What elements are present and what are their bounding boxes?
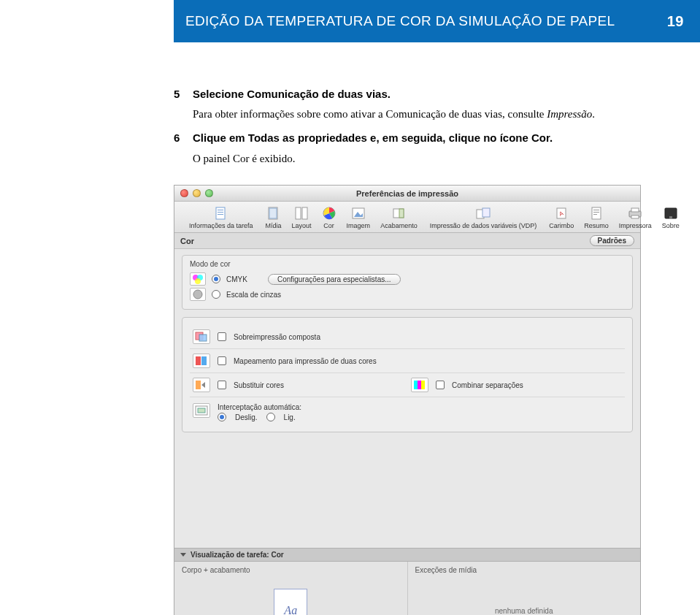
printer-icon xyxy=(628,206,642,221)
two-color-label: Mapeamento para impressão de duas cores xyxy=(234,357,377,365)
tab-label: Informações da tarefa xyxy=(189,222,253,229)
tab-job-info[interactable]: Informações da tarefa xyxy=(182,206,261,229)
checkbox-overprint[interactable] xyxy=(218,332,226,341)
tab-label: Cor xyxy=(323,222,334,229)
print-prefs-dialog: Preferências de impressão Informações da… xyxy=(174,185,641,615)
overprint-icon xyxy=(193,329,210,344)
svg-rect-20 xyxy=(593,214,597,215)
no-media-label: nenhuma definida xyxy=(495,607,553,615)
svg-rect-31 xyxy=(199,335,207,341)
tab-label: Acabamento xyxy=(380,222,418,229)
window-title: Preferências de impressão xyxy=(174,189,640,198)
tab-label: Resumo xyxy=(584,222,609,229)
vdp-icon xyxy=(476,206,491,221)
checkbox-combine[interactable] xyxy=(436,381,445,389)
cmyk-swatch-icon xyxy=(190,272,206,286)
svg-rect-6 xyxy=(296,207,301,219)
svg-rect-2 xyxy=(218,212,223,213)
step-5: 5 Selecione Comunicação de duas vias. Pa… xyxy=(174,86,656,123)
panel-body: Modo de cor CMYK Configurações para espe… xyxy=(174,249,640,548)
page-header: EDIÇÃO DA TEMPERATURA DE COR DA SIMULAÇÃ… xyxy=(0,0,700,42)
combine-separations-icon xyxy=(411,378,428,392)
svg-rect-1 xyxy=(218,210,223,210)
tab-printer[interactable]: Impressora xyxy=(614,206,657,229)
svg-point-29 xyxy=(193,290,202,299)
content-area: 5 Selecione Comunicação de duas vias. Pa… xyxy=(0,42,700,615)
preview-col-body-title: Corpo + acabamento xyxy=(182,566,400,574)
svg-rect-14 xyxy=(482,208,490,217)
option-subst-combine: Substituir cores Combinar separações xyxy=(190,373,625,397)
expert-settings-button[interactable]: Configurações para especialistas... xyxy=(268,274,401,285)
tab-label: Mídia xyxy=(266,222,282,229)
preview-col-body: Corpo + acabamento Aa xyxy=(174,562,408,615)
document-icon xyxy=(214,206,228,221)
stamp-icon: A xyxy=(554,206,569,221)
defaults-button[interactable]: Padrões xyxy=(590,235,634,246)
preview-bar[interactable]: Visualização de tarefa: Cor xyxy=(174,548,640,562)
tab-label: Carimbo xyxy=(549,222,574,229)
tab-finishing[interactable]: Acabamento xyxy=(375,206,423,229)
tab-media[interactable]: Mídia xyxy=(261,206,287,229)
step-number: 5 xyxy=(174,86,193,123)
header-left-margin xyxy=(0,0,174,42)
svg-rect-32 xyxy=(196,356,201,365)
substitute-colors-icon xyxy=(193,378,210,392)
section-title: Cor xyxy=(180,237,194,245)
tab-image[interactable]: Imagem xyxy=(342,206,376,229)
tab-stamp[interactable]: A Carimbo xyxy=(544,206,579,229)
step-6-desc: O painel Cor é exibido. xyxy=(193,151,656,167)
step-number: 6 xyxy=(174,130,193,168)
grayscale-swatch-icon xyxy=(190,288,206,301)
tab-layout[interactable]: Layout xyxy=(287,206,317,229)
tab-label: Impressora xyxy=(619,222,652,229)
step-6: 6 Clique em Todas as propriedades e, em … xyxy=(174,130,656,168)
header-title: EDIÇÃO DA TEMPERATURA DE COR DA SIMULAÇÃ… xyxy=(185,13,615,29)
image-icon xyxy=(351,206,366,221)
tab-label: Impressão de dados variáveis (VDP) xyxy=(430,222,537,229)
step-5-desc-em: Impressão xyxy=(547,108,592,120)
svg-rect-12 xyxy=(399,209,404,218)
color-mode-group: Modo de cor CMYK Configurações para espe… xyxy=(182,255,633,310)
svg-rect-5 xyxy=(269,208,277,218)
tab-label: Layout xyxy=(292,222,312,229)
radio-trapping-off[interactable] xyxy=(218,413,226,421)
svg-rect-38 xyxy=(421,381,425,389)
media-icon xyxy=(266,206,281,221)
substitute-label: Substituir cores xyxy=(234,381,284,389)
svg-point-28 xyxy=(195,278,201,284)
panel-spacer xyxy=(182,440,633,542)
two-color-icon xyxy=(193,354,210,368)
radio-grayscale[interactable] xyxy=(212,290,220,299)
checkbox-two-color[interactable] xyxy=(218,356,226,365)
checkbox-substitute[interactable] xyxy=(218,381,226,389)
svg-rect-22 xyxy=(631,208,639,212)
svg-rect-19 xyxy=(593,212,599,213)
tab-about[interactable]: Sobre xyxy=(657,206,685,229)
tab-vdp[interactable]: Impressão de dados variáveis (VDP) xyxy=(423,206,545,229)
svg-rect-34 xyxy=(196,381,201,389)
combine-label: Combinar separações xyxy=(452,381,523,389)
step-6-title: Clique em Todas as propriedades e, em se… xyxy=(193,130,656,146)
svg-rect-36 xyxy=(414,381,418,389)
toolbar-tabs: Informações da tarefa Mídia Layout Cor I… xyxy=(174,202,640,233)
svg-rect-7 xyxy=(302,207,307,219)
option-trapping: Interceptação automática: Deslig. Lig. xyxy=(190,397,625,426)
layout-icon xyxy=(294,206,309,221)
step-5-desc-post: . xyxy=(592,108,595,120)
cmyk-label: CMYK xyxy=(226,275,247,283)
color-wheel-icon xyxy=(322,206,336,221)
preview-bar-label: Visualização de tarefa: Cor xyxy=(191,551,284,559)
step-5-desc-pre: Para obter informações sobre como ativar… xyxy=(193,108,547,120)
svg-rect-25 xyxy=(669,216,672,218)
finishing-icon xyxy=(391,206,406,221)
svg-rect-40 xyxy=(198,408,205,413)
tab-color[interactable]: Cor xyxy=(317,206,342,229)
radio-trapping-on[interactable] xyxy=(266,413,275,421)
on-label: Lig. xyxy=(284,413,296,421)
tab-summary[interactable]: Resumo xyxy=(579,206,614,229)
summary-icon xyxy=(589,206,604,221)
off-label: Deslig. xyxy=(235,413,258,421)
svg-rect-18 xyxy=(593,210,599,210)
radio-cmyk[interactable] xyxy=(212,275,220,283)
svg-rect-33 xyxy=(201,356,207,365)
